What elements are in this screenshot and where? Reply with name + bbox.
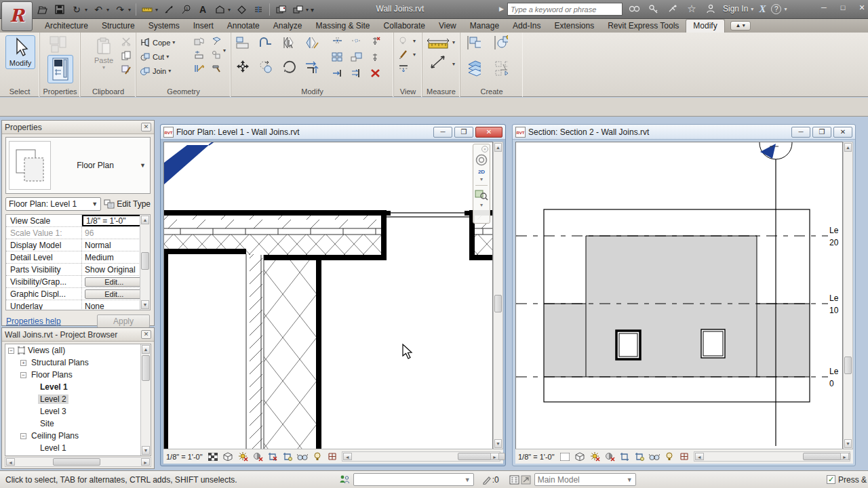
tab-insert[interactable]: Insert — [186, 20, 220, 33]
press-drag-toggle[interactable]: ✓ Press & — [827, 475, 867, 485]
thin-lines-icon[interactable] — [252, 3, 264, 16]
section-canvas[interactable]: Le 20 Le 10 Le 0 — [515, 142, 843, 449]
view-instance-combo[interactable]: Floor Plan: Level 1 ▼ — [5, 197, 101, 211]
mirror-pick-axis-icon[interactable] — [281, 35, 296, 49]
floor-plan-titlebar[interactable]: RVT Floor Plan: Level 1 - Wall Joins.rvt… — [161, 125, 505, 140]
scroll-down-icon[interactable]: ▼ — [142, 446, 150, 455]
property-row[interactable]: Underlay None — [6, 300, 150, 310]
split-element-icon[interactable] — [332, 35, 343, 46]
tree-item-level-1[interactable]: Level 1 — [5, 381, 151, 393]
create-assembly-icon[interactable] — [493, 61, 508, 75]
panel-label-select[interactable]: Select — [0, 87, 39, 96]
restore-button[interactable]: □ — [834, 2, 852, 14]
tree-item-ceiling-level-2[interactable]: Level 2 — [5, 454, 151, 456]
minimize-button[interactable]: ─ — [815, 2, 833, 14]
navigation-bar[interactable]: × 2D ▾ ▾ — [473, 144, 490, 224]
temporary-hide-isolate-icon[interactable] — [649, 451, 660, 462]
tab-view[interactable]: View — [432, 20, 463, 33]
copy-icon[interactable] — [120, 50, 132, 61]
sun-path-icon[interactable] — [237, 451, 249, 462]
tab-massing-site[interactable]: Massing & Site — [309, 20, 377, 33]
copy-modify-icon[interactable] — [258, 60, 273, 74]
design-options-icon[interactable] — [509, 474, 520, 485]
scroll-down-icon[interactable]: ▼ — [141, 300, 149, 309]
worksets-combo[interactable]: ▼ — [353, 473, 474, 486]
floor-plan-canvas[interactable]: × 2D ▾ ▾ — [163, 142, 493, 449]
floor-plan-hscrollbar[interactable]: ◄ ► — [342, 451, 500, 462]
scroll-right-icon[interactable]: ► — [840, 453, 849, 460]
tree-vertical-scrollbar[interactable]: ▲ ▼ — [140, 344, 151, 455]
reveal-hidden-elements-icon[interactable] — [312, 451, 323, 462]
zoom-dropdown-icon[interactable]: ▾ — [480, 202, 483, 208]
crop-view-icon[interactable] — [619, 451, 631, 462]
detail-level-icon[interactable] — [559, 451, 571, 462]
scale-button[interactable]: 1/8" = 1'-0" — [166, 453, 203, 461]
align-icon[interactable] — [235, 35, 250, 49]
tab-architecture[interactable]: Architecture — [38, 20, 95, 33]
cut-geometry-button[interactable]: Cut▾ — [140, 49, 175, 64]
floor-plan-vscrollbar[interactable]: ▲ ▼ — [493, 142, 503, 449]
tree-item-structural-plans[interactable]: + Structural Plans — [5, 357, 151, 369]
close-view-button[interactable]: ✕ — [833, 127, 852, 138]
section-hscrollbar[interactable]: ◄ ► — [694, 451, 850, 462]
scroll-right-icon[interactable]: ► — [490, 453, 499, 460]
exchange-apps-button[interactable]: X — [759, 3, 766, 15]
tab-modify[interactable]: Modify — [686, 19, 724, 33]
split-face-icon[interactable] — [211, 35, 222, 46]
demolish-dropdown[interactable]: ▾ — [223, 47, 226, 54]
sync-icon[interactable]: ↻ — [71, 3, 83, 16]
properties-toggle-button[interactable] — [47, 55, 73, 83]
floor-plan-window[interactable]: RVT Floor Plan: Level 1 - Wall Joins.rvt… — [160, 124, 506, 466]
wheel-dropdown-icon[interactable]: ▾ — [480, 176, 483, 182]
tab-add-ins[interactable]: Add-Ins — [506, 20, 547, 33]
cut-icon[interactable] — [120, 36, 132, 47]
join-geometry-button[interactable]: Join▾ — [140, 64, 175, 78]
measure-ruler-icon[interactable] — [426, 37, 450, 49]
shadows-icon[interactable] — [252, 451, 264, 462]
scroll-up-icon[interactable]: ▲ — [844, 143, 852, 152]
design-options-combo[interactable]: Main Model ▼ — [534, 473, 636, 486]
measure-dropdown[interactable]: ▾ — [155, 7, 158, 13]
unpin-icon[interactable] — [370, 35, 381, 46]
pin-icon[interactable] — [370, 52, 381, 62]
default-3d-view-icon[interactable] — [214, 3, 226, 16]
tab-analyze[interactable]: Analyze — [267, 20, 309, 33]
sign-in-button[interactable]: Sign In — [723, 4, 748, 14]
panel-label-modify[interactable]: Modify — [231, 87, 393, 96]
worksets-dropdown-icon[interactable]: ▼ — [465, 476, 471, 483]
panel-label-clipboard[interactable]: Clipboard — [81, 87, 136, 96]
tree-horizontal-scrollbar[interactable]: ◄ ► — [5, 457, 151, 467]
tab-annotate[interactable]: Annotate — [220, 20, 267, 33]
title-flyout-arrow[interactable]: ▶ — [499, 5, 504, 12]
redo-dropdown[interactable]: ▾ — [128, 7, 131, 13]
tag-icon[interactable]: 1 — [180, 3, 192, 16]
section-icon[interactable] — [235, 3, 248, 16]
create-group-icon[interactable] — [466, 35, 481, 49]
redo-icon[interactable]: ↷ — [114, 3, 126, 16]
tree-item-views-all[interactable]: − Views (all) — [5, 344, 151, 357]
aligned-dimension-icon[interactable] — [163, 3, 175, 16]
restore-view-button[interactable]: ❐ — [812, 127, 831, 138]
text-icon[interactable]: A — [197, 3, 209, 16]
tree-item-ceiling-plans[interactable]: − Ceiling Plans — [5, 430, 151, 442]
tab-revit-express-tools[interactable]: Revit Express Tools — [601, 20, 686, 33]
close-hidden-windows-icon[interactable] — [275, 3, 287, 16]
help-dropdown[interactable]: ▾ — [784, 6, 787, 12]
property-grid-scrollbar[interactable]: ▲ ▼ — [140, 215, 150, 310]
apply-button[interactable]: Apply — [97, 314, 150, 328]
wall-joins-icon[interactable] — [193, 62, 205, 73]
beam-joins-icon[interactable] — [193, 49, 205, 60]
properties-help-link[interactable]: Properties help — [6, 317, 61, 326]
array-icon[interactable] — [332, 52, 343, 62]
scale-icon[interactable] — [351, 52, 362, 62]
scale-button[interactable]: 1/8" = 1'-0" — [518, 453, 555, 461]
worksets-icon[interactable] — [339, 474, 351, 485]
open-icon[interactable] — [37, 3, 49, 16]
properties-close-icon[interactable]: ✕ — [141, 123, 151, 131]
property-row[interactable]: Parts Visibility Show Original — [6, 264, 150, 276]
editing-requests-icon[interactable] — [481, 474, 492, 485]
edit-type-button[interactable]: Edit Type — [104, 199, 151, 209]
collapse-icon[interactable]: − — [20, 372, 26, 378]
panel-label-measure[interactable]: Measure — [422, 87, 460, 96]
instance-combo-dropdown-icon[interactable]: ▼ — [92, 201, 98, 207]
